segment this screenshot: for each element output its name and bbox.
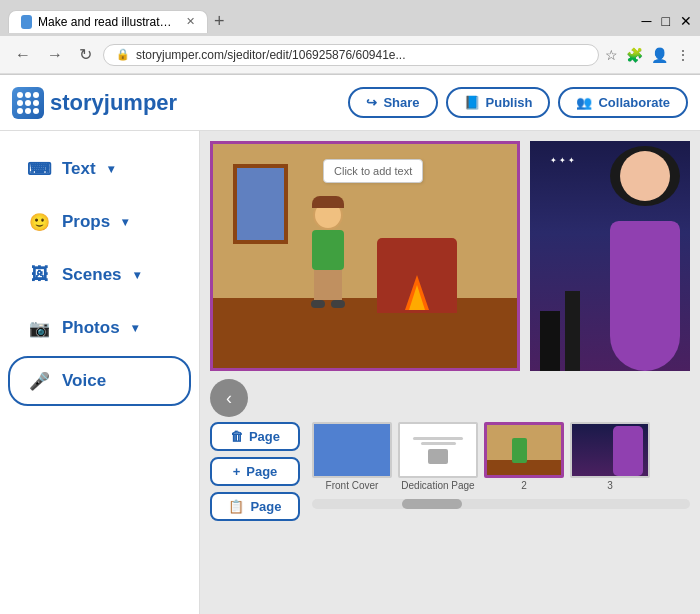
keyboard-icon: ⌨ bbox=[26, 156, 52, 182]
camera-icon: 📷 bbox=[26, 315, 52, 341]
publish-button[interactable]: 📘 Publish bbox=[446, 87, 551, 118]
bookmark-button[interactable]: ☆ bbox=[605, 47, 618, 63]
thumbnail-page2[interactable]: 2 bbox=[484, 422, 564, 491]
char-feet bbox=[311, 300, 345, 308]
forward-button[interactable]: → bbox=[42, 44, 68, 66]
scene-floor bbox=[213, 298, 517, 368]
header-buttons: ↪ Share 📘 Publish 👥 Collaborate bbox=[348, 87, 688, 118]
page-buttons: 🗑 Page + Page 📋 Page bbox=[210, 422, 300, 521]
smiley-icon: 🙂 bbox=[26, 209, 52, 235]
sidebar-item-text[interactable]: ⌨ Text ▾ bbox=[8, 144, 191, 194]
collaborate-button[interactable]: 👥 Collaborate bbox=[558, 87, 688, 118]
building-left bbox=[540, 311, 560, 371]
add-page-button[interactable]: + Page bbox=[210, 457, 300, 486]
menu-button[interactable]: ⋮ bbox=[676, 47, 690, 63]
logo-text: storyjumper bbox=[50, 90, 177, 116]
char-hair bbox=[312, 196, 344, 208]
sidebar-item-scenes[interactable]: 🖼 Scenes ▾ bbox=[8, 250, 191, 300]
photos-chevron-icon: ▾ bbox=[132, 321, 138, 335]
thumb-line-1 bbox=[413, 437, 463, 440]
main-layout: ⌨ Text ▾ 🙂 Props ▾ 🖼 Scenes ▾ 📷 Photos ▾… bbox=[0, 131, 700, 614]
app-header: storyjumper ↪ Share 📘 Publish 👥 Collabor… bbox=[0, 75, 700, 131]
address-bar[interactable]: 🔒 storyjumper.com/sjeditor/edit/10692587… bbox=[103, 44, 599, 66]
copy-page-button[interactable]: 📋 Page bbox=[210, 492, 300, 521]
add-icon: + bbox=[233, 464, 241, 479]
props-chevron-icon: ▾ bbox=[122, 215, 128, 229]
thumbnail-dedication[interactable]: Dedication Page bbox=[398, 422, 478, 491]
tab-favicon bbox=[21, 15, 32, 29]
main-canvas[interactable]: Click to add text bbox=[210, 141, 520, 371]
delete-page-button[interactable]: 🗑 Page bbox=[210, 422, 300, 451]
nav-arrow-container: ‹ bbox=[210, 379, 690, 417]
sidebar: ⌨ Text ▾ 🙂 Props ▾ 🖼 Scenes ▾ 📷 Photos ▾… bbox=[0, 131, 200, 614]
delete-icon: 🗑 bbox=[230, 429, 243, 444]
scene-fire bbox=[392, 270, 442, 310]
tab-title: Make and read illustrated story b bbox=[38, 15, 176, 29]
character bbox=[293, 196, 363, 308]
share-button[interactable]: ↪ Share bbox=[348, 87, 437, 118]
text-bubble[interactable]: Click to add text bbox=[323, 159, 423, 183]
side-char-body bbox=[610, 221, 680, 371]
thumb-page3-img bbox=[570, 422, 650, 478]
thumbnail-strip: Front Cover Dedication Page bbox=[312, 422, 690, 495]
text-chevron-icon: ▾ bbox=[108, 162, 114, 176]
copy-icon: 📋 bbox=[228, 499, 244, 514]
collaborate-icon: 👥 bbox=[576, 95, 592, 110]
image-icon: 🖼 bbox=[26, 262, 52, 288]
new-tab-button[interactable]: + bbox=[214, 11, 225, 32]
tab-close-button[interactable]: ✕ bbox=[186, 15, 195, 28]
canvas-container: Click to add text ✦ ✦ ✦ bbox=[210, 141, 690, 371]
side-scene: ✦ ✦ ✦ bbox=[530, 141, 690, 371]
scrollbar-thumb bbox=[402, 499, 462, 509]
close-window-icon[interactable]: ✕ bbox=[680, 13, 692, 29]
thumb-page2-img bbox=[484, 422, 564, 478]
address-text: storyjumper.com/sjeditor/edit/106925876/… bbox=[136, 48, 586, 62]
char-foot-right bbox=[331, 300, 345, 308]
thumbnail-front-cover[interactable]: Front Cover bbox=[312, 422, 392, 491]
sidebar-item-photos[interactable]: 📷 Photos ▾ bbox=[8, 303, 191, 353]
thumb-char bbox=[512, 438, 527, 463]
sidebar-item-voice[interactable]: 🎤 Voice bbox=[8, 356, 191, 406]
thumb-line-2 bbox=[421, 442, 456, 445]
back-button[interactable]: ← bbox=[10, 44, 36, 66]
thumb-dedication-img bbox=[398, 422, 478, 478]
thumb-image-placeholder bbox=[428, 449, 448, 464]
extensions-button[interactable]: 🧩 bbox=[626, 47, 643, 63]
publish-icon: 📘 bbox=[464, 95, 480, 110]
char-pants bbox=[314, 270, 342, 300]
building-center bbox=[565, 291, 580, 371]
thumbnail-scrollbar[interactable] bbox=[312, 499, 690, 509]
logo: storyjumper bbox=[12, 87, 177, 119]
microphone-icon: 🎤 bbox=[26, 368, 52, 394]
logo-icon bbox=[12, 87, 44, 119]
thumbnail-page3[interactable]: 3 bbox=[570, 422, 650, 491]
prev-page-button[interactable]: ‹ bbox=[210, 379, 248, 417]
editor-area: Click to add text ✦ ✦ ✦ bbox=[200, 131, 700, 614]
minimize-icon[interactable]: ─ bbox=[642, 13, 652, 29]
scene-window bbox=[233, 164, 288, 244]
sidebar-item-props[interactable]: 🙂 Props ▾ bbox=[8, 197, 191, 247]
thumb-front-cover-img bbox=[312, 422, 392, 478]
thumb-blue-bg bbox=[314, 424, 390, 476]
thumbnail-area: Front Cover Dedication Page bbox=[312, 422, 690, 509]
char-foot-left bbox=[311, 300, 325, 308]
bottom-controls: 🗑 Page + Page 📋 Page bbox=[210, 422, 690, 521]
thumb-side-char bbox=[613, 426, 643, 476]
scenes-chevron-icon: ▾ bbox=[134, 268, 140, 282]
browser-tab[interactable]: Make and read illustrated story b ✕ bbox=[8, 10, 208, 33]
profile-button[interactable]: 👤 bbox=[651, 47, 668, 63]
maximize-icon[interactable]: □ bbox=[662, 13, 670, 29]
char-body bbox=[312, 230, 344, 270]
side-canvas[interactable]: ✦ ✦ ✦ bbox=[530, 141, 690, 371]
fire-flame-inner bbox=[409, 285, 425, 310]
stars: ✦ ✦ ✦ bbox=[550, 156, 575, 165]
lock-icon: 🔒 bbox=[116, 48, 130, 61]
refresh-button[interactable]: ↻ bbox=[74, 43, 97, 66]
side-char-head bbox=[620, 151, 670, 201]
share-icon: ↪ bbox=[366, 95, 377, 110]
canvas-scene: Click to add text bbox=[213, 144, 517, 368]
nav-bar: ← → ↻ 🔒 storyjumper.com/sjeditor/edit/10… bbox=[0, 36, 700, 74]
